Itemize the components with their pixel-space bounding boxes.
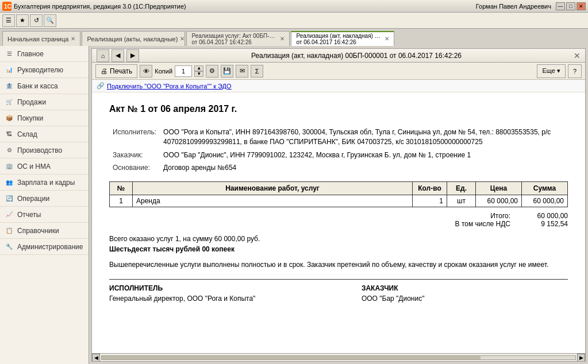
- horizontal-scrollbar[interactable]: ◀ ▶: [92, 353, 585, 361]
- app-icon: 1С: [2, 2, 11, 11]
- sidebar-item-sales[interactable]: 🛒 Продажи: [0, 94, 89, 110]
- copies-spinner[interactable]: ▲ ▼: [194, 65, 203, 77]
- sidebar-label-purchases: Покупки: [17, 114, 43, 122]
- tab-close-service[interactable]: ✕: [280, 36, 285, 42]
- col-qty: Кол-во: [413, 182, 447, 195]
- col-price: Цена: [476, 182, 522, 195]
- salary-icon: 👥: [5, 178, 14, 187]
- copies-label: Копий: [155, 68, 172, 75]
- doc-content[interactable]: Акт № 1 от 06 апреля 2017 г. Исполнитель…: [92, 92, 585, 353]
- save-button[interactable]: 💾: [221, 65, 233, 78]
- hscroll-right[interactable]: ▶: [577, 354, 585, 362]
- hscroll-track[interactable]: [101, 355, 576, 360]
- manager-icon: 📊: [5, 65, 14, 75]
- more-button[interactable]: Еще ▾: [537, 64, 565, 78]
- favorites-button[interactable]: ★: [16, 14, 29, 27]
- sidebar-item-reports[interactable]: 📈 Отчеты: [0, 207, 89, 223]
- hscroll-left[interactable]: ◀: [92, 354, 100, 362]
- os-icon: 🏢: [5, 162, 14, 171]
- main-layout: ☰ Главное 📊 Руководителю 🏦 Банк и касса …: [0, 46, 588, 364]
- divider: [109, 279, 568, 280]
- customer-value: ООО "Бар "Дионис", ИНН 7799091002, 12324…: [160, 149, 568, 162]
- sidebar-label-production: Производство: [17, 146, 62, 154]
- nav-home-button[interactable]: ⌂: [97, 49, 109, 62]
- table-header-row: № Наименование работ, услуг Кол-во Ед. Ц…: [110, 182, 568, 195]
- tab-act[interactable]: Реализация (акт, накладная) 00БП-000001о…: [291, 31, 394, 46]
- sidebar-label-warehouse: Склад: [17, 130, 37, 138]
- settings-print-button[interactable]: ⚙: [206, 65, 218, 78]
- col-unit: Ед.: [447, 182, 476, 195]
- customer-sig-title: ЗАКАЗЧИК: [362, 284, 568, 292]
- customer-sig-name: ООО "Бар "Дионис": [362, 295, 568, 303]
- sidebar-item-ops[interactable]: 🔄 Операции: [0, 191, 89, 207]
- sidebar-item-admin[interactable]: 🔧 Администрирование: [0, 239, 89, 255]
- sidebar-item-warehouse[interactable]: 🏗 Склад: [0, 126, 89, 142]
- total-value: 60 000,00: [522, 212, 568, 220]
- menu-button[interactable]: ☰: [2, 14, 15, 27]
- nav-back-button[interactable]: ◀: [112, 49, 124, 62]
- col-num: №: [110, 182, 133, 195]
- tab-close-home[interactable]: ✕: [71, 36, 75, 42]
- sidebar-item-production[interactable]: ⚙ Производство: [0, 142, 89, 158]
- copies-down[interactable]: ▼: [194, 71, 203, 77]
- search-button[interactable]: 🔍: [44, 14, 56, 27]
- minimize-button[interactable]: —: [556, 2, 565, 10]
- ops-icon: 🔄: [5, 194, 14, 203]
- preview-button[interactable]: 👁: [140, 65, 152, 78]
- tab-home[interactable]: Начальная страница ✕: [2, 31, 80, 46]
- history-button[interactable]: ↺: [30, 14, 43, 27]
- maximize-button[interactable]: □: [566, 2, 575, 10]
- svg-text:1С: 1С: [4, 3, 11, 10]
- sidebar-item-bank[interactable]: 🏦 Банк и касса: [0, 78, 89, 94]
- purchases-icon: 📦: [5, 114, 14, 123]
- basis-row: Основание: Договор аренды №654: [109, 161, 568, 175]
- sidebar-label-reports: Отчеты: [17, 211, 41, 219]
- sidebar-item-main[interactable]: ☰ Главное: [0, 46, 89, 62]
- reports-icon: 📈: [5, 210, 14, 219]
- sum-button[interactable]: Σ: [251, 65, 263, 78]
- sidebar-item-os[interactable]: 🏢 ОС и НМА: [0, 158, 89, 175]
- close-button[interactable]: ✕: [577, 2, 586, 10]
- sidebar-item-purchases[interactable]: 📦 Покупки: [0, 110, 89, 126]
- production-icon: ⚙: [5, 146, 14, 155]
- warehouse-icon: 🏗: [5, 130, 14, 139]
- title-bar-buttons: — □ ✕: [556, 2, 586, 10]
- sidebar-label-main: Главное: [17, 50, 44, 58]
- executor-sig: ИСПОЛНИТЕЛЬ Генеральный директор, ООО "Р…: [109, 284, 316, 303]
- vat-row: В том числе НДС 9 152,54: [109, 220, 568, 228]
- sidebar-item-manager[interactable]: 📊 Руководителю: [0, 62, 89, 78]
- services-table: № Наименование работ, услуг Кол-во Ед. Ц…: [109, 181, 568, 207]
- print-button[interactable]: 🖨 Печать: [95, 64, 137, 78]
- executor-label: Исполнитель:: [109, 126, 160, 149]
- tabs-bar: Начальная страница ✕ Реализация (акты, н…: [0, 29, 588, 46]
- email-button[interactable]: ✉: [236, 65, 248, 78]
- basis-label: Основание:: [109, 161, 160, 175]
- table-row: 1 Аренда 1 шт 60 000,00 60 000,00: [110, 195, 568, 207]
- executor-value: ООО "Рога и Копыта", ИНН 897164398760, 3…: [160, 126, 568, 149]
- sales-icon: 🛒: [5, 98, 14, 107]
- tab-service[interactable]: Реализация услуг: Акт 00БП-000001от 06.0…: [186, 31, 290, 46]
- copies-up[interactable]: ▲: [194, 65, 203, 71]
- tab-sales[interactable]: Реализация (акты, накладные) ✕: [82, 31, 185, 46]
- sidebar-item-salary[interactable]: 👥 Зарплата и кадры: [0, 175, 89, 191]
- doc-close-button[interactable]: ✕: [574, 51, 581, 60]
- doc-toolbar: 🖨 Печать 👁 Копий ▲ ▼ ⚙ 💾 ✉ Σ Еще ▾ ?: [92, 63, 585, 80]
- title-bar: 1С Бухгалтерия предприятия, редакция 3.0…: [0, 0, 588, 13]
- edo-link[interactable]: Подключить "ООО "Рога и Копыта"" к ЭДО: [107, 83, 232, 90]
- total-label: Итого:: [490, 212, 510, 220]
- sidebar-label-salary: Зарплата и кадры: [17, 179, 75, 187]
- content-area: ⌂ ◀ ▶ Реализация (акт, накладная) 00БП-0…: [89, 46, 588, 364]
- col-name: Наименование работ, услуг: [133, 182, 413, 195]
- sidebar-label-ops: Операции: [17, 195, 49, 203]
- hscroll-thumb[interactable]: [102, 356, 481, 359]
- sidebar-item-reference[interactable]: 📋 Справочники: [0, 223, 89, 239]
- col-sum: Сумма: [522, 182, 568, 195]
- nav-forward-button[interactable]: ▶: [126, 49, 139, 62]
- tab-close-act[interactable]: ✕: [385, 36, 389, 42]
- tab-close-sales[interactable]: ✕: [180, 36, 185, 42]
- executor-sig-title: ИСПОЛНИТЕЛЬ: [109, 284, 316, 292]
- help-button[interactable]: ?: [568, 64, 582, 78]
- copies-input[interactable]: [175, 65, 192, 77]
- vat-value: 9 152,54: [522, 220, 568, 228]
- admin-icon: 🔧: [5, 242, 14, 251]
